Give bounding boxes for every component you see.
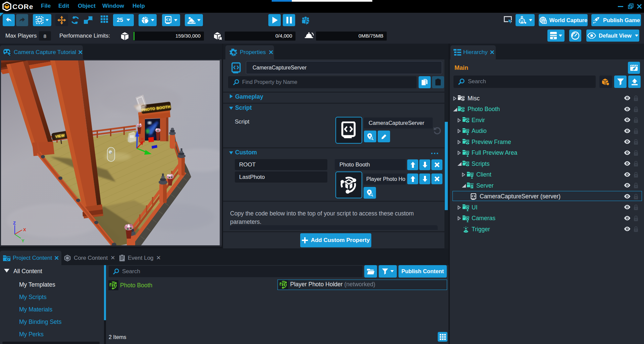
svg-text:Z: Z <box>13 220 16 226</box>
svg-text:CORe: CORe <box>12 3 33 10</box>
svg-text:X: X <box>23 227 26 232</box>
svg-text:Y: Y <box>21 238 24 243</box>
